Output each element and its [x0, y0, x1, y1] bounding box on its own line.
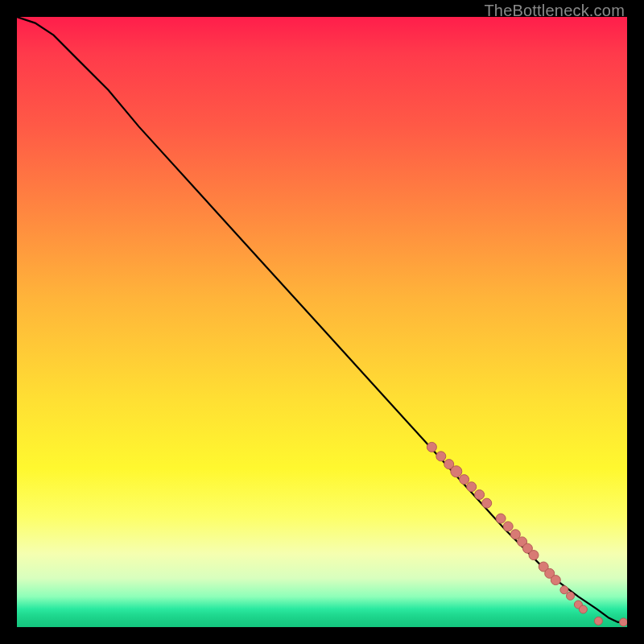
chart-marker-6 — [475, 490, 485, 500]
chart-marker-4 — [460, 475, 469, 485]
chart-marker-22 — [620, 618, 628, 626]
chart-marker-8 — [496, 514, 506, 523]
chart-marker-1 — [436, 452, 446, 461]
chart-marker-20 — [579, 605, 587, 613]
chart-marker-9 — [503, 522, 513, 531]
chart-marker-0 — [427, 442, 436, 452]
chart-marker-16 — [551, 576, 560, 585]
chart-marker-17 — [560, 586, 568, 594]
chart-marker-21 — [594, 617, 602, 625]
chart-marker-18 — [567, 592, 575, 600]
chart-curve — [17, 17, 627, 622]
chart-marker-3 — [451, 466, 462, 477]
chart-plot-area — [17, 17, 627, 627]
chart-marker-5 — [467, 482, 477, 492]
chart-overlay-svg — [17, 17, 627, 627]
watermark-text: TheBottleneck.com — [484, 2, 625, 20]
chart-markers-group — [427, 442, 627, 626]
chart-marker-7 — [482, 498, 492, 508]
chart-marker-13 — [529, 551, 539, 560]
chart-stage: TheBottleneck.com — [0, 0, 644, 644]
